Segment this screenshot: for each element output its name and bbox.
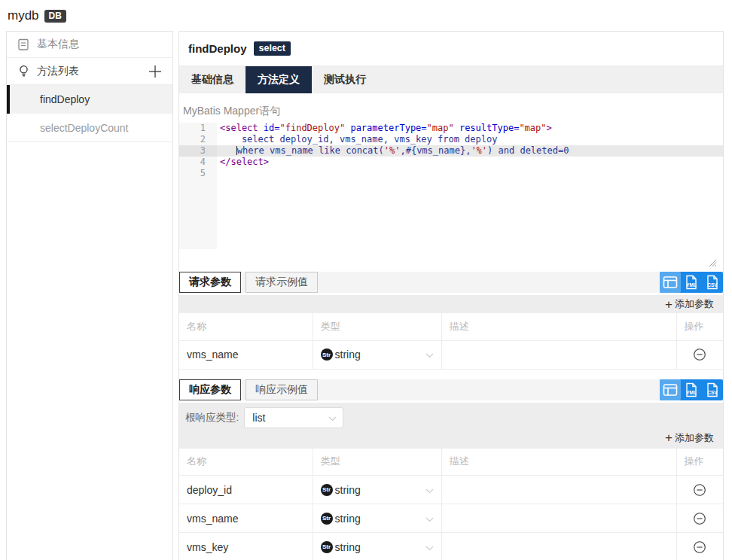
main-panel: findDeploy select 基础信息 方法定义 测试执行 MyBatis… <box>178 31 724 560</box>
code-token: ) and deleted=0 <box>487 145 569 156</box>
param-name-cell[interactable]: vms_key <box>179 533 313 560</box>
document-icon <box>17 38 30 51</box>
editor-code-area[interactable]: <select id="findDeploy" parameterType="m… <box>217 123 723 249</box>
remove-param-icon[interactable] <box>693 348 706 361</box>
param-ops-cell <box>676 340 723 369</box>
col-header-desc: 描述 <box>441 313 676 340</box>
remove-param-icon[interactable] <box>693 540 706 554</box>
param-ops-cell <box>676 533 723 560</box>
editor-label: MyBatis Mapper语句 <box>183 105 723 118</box>
string-type-icon: Str <box>321 541 333 553</box>
remove-param-icon[interactable] <box>693 483 706 497</box>
add-param-label: 添加参数 <box>675 297 714 311</box>
type-value: string <box>335 484 361 496</box>
csv-export-icon[interactable]: CSV <box>702 272 723 293</box>
db-type-badge: DB <box>44 10 66 23</box>
param-desc-cell[interactable] <box>441 340 676 369</box>
yml-export-icon[interactable]: YML <box>681 379 702 400</box>
response-example-tab[interactable]: 响应示例值 <box>246 379 318 400</box>
code-token: ,#{vms_name}, <box>400 145 471 156</box>
tab-basic-info[interactable]: 基础信息 <box>179 66 246 93</box>
svg-text:CSV: CSV <box>707 390 718 395</box>
sidebar-method-selectDeployCount[interactable]: selectDeployCount <box>7 114 172 142</box>
code-token: "map" <box>427 123 454 133</box>
method-title: findDeploy <box>188 42 247 55</box>
editor-gutter: 1 2 3 4 5 <box>179 123 217 249</box>
table-row: vms_key Str string <box>179 533 723 560</box>
code-line: select deploy_id, vms_name, vms_key from… <box>217 134 723 145</box>
table-view-icon[interactable] <box>660 379 681 400</box>
response-toolbar: 响应参数 响应示例值 YML CSV <box>179 379 723 400</box>
chevron-down-icon <box>425 541 434 553</box>
method-name: findDeploy <box>40 93 90 105</box>
param-name-cell[interactable]: vms_name <box>179 504 313 533</box>
request-params-table: 名称 类型 描述 操作 vms_name Str string <box>179 313 723 370</box>
table-view-icon[interactable] <box>660 272 681 293</box>
tab-method-definition[interactable]: 方法定义 <box>246 66 312 93</box>
param-desc-cell[interactable] <box>441 476 676 504</box>
sidebar-method-findDeploy[interactable]: findDeploy <box>7 85 172 114</box>
plus-icon: + <box>665 298 673 311</box>
tab-bar: 基础信息 方法定义 测试执行 <box>179 66 723 93</box>
yml-export-icon[interactable]: YML <box>681 272 702 293</box>
table-header-row: 名称 类型 描述 操作 <box>179 313 723 340</box>
sql-type-badge: select <box>254 41 291 56</box>
response-params-table: 名称 类型 描述 操作 deploy_id Str string <box>179 449 723 560</box>
param-type-cell[interactable]: Str string <box>313 340 441 369</box>
sidebar: 基本信息 方法列表 findDeploy selectDeployCount <box>6 31 173 560</box>
param-name-cell[interactable]: vms_name <box>179 340 313 369</box>
chevron-down-icon <box>328 412 337 424</box>
request-export-icons: YML CSV <box>660 272 723 293</box>
param-ops-cell <box>676 476 723 504</box>
section-gap <box>179 370 723 379</box>
code-line <box>217 168 723 179</box>
col-header-type: 类型 <box>313 313 441 340</box>
request-example-tab[interactable]: 请求示例值 <box>246 272 318 293</box>
method-name: selectDeployCount <box>40 122 129 134</box>
code-token: id= <box>258 123 280 133</box>
param-desc-cell[interactable] <box>441 533 676 560</box>
sidebar-item-method-list[interactable]: 方法列表 <box>7 58 172 85</box>
param-desc-cell[interactable] <box>441 504 676 533</box>
code-token: where vms_name like concat( <box>237 145 384 156</box>
type-value: string <box>335 348 361 361</box>
table-row: vms_name Str string <box>179 504 723 533</box>
root-type-select[interactable]: list <box>244 407 343 428</box>
code-token: > <box>547 123 552 133</box>
param-type-cell[interactable]: Str string <box>313 476 441 504</box>
remove-param-icon[interactable] <box>693 512 706 525</box>
code-token: parameterType= <box>345 123 426 133</box>
code-token: '%' <box>471 145 487 156</box>
add-method-button[interactable] <box>147 63 163 80</box>
svg-text:YML: YML <box>686 282 697 288</box>
request-add-param-button[interactable]: + 添加参数 <box>179 295 723 313</box>
response-add-param-button[interactable]: + 添加参数 <box>185 429 723 447</box>
code-line: </select> <box>217 157 723 168</box>
code-token <box>220 145 236 156</box>
response-params-tab[interactable]: 响应参数 <box>179 379 241 400</box>
svg-text:CSV: CSV <box>707 282 718 288</box>
string-type-icon: Str <box>321 484 333 496</box>
request-params-tab[interactable]: 请求参数 <box>179 272 241 293</box>
plus-icon: + <box>665 431 673 444</box>
editor-spacer <box>179 249 723 272</box>
code-editor[interactable]: 1 2 3 4 5 <select id="findDeploy" parame… <box>179 123 723 249</box>
sidebar-item-label: 方法列表 <box>37 65 79 78</box>
param-name-cell[interactable]: deploy_id <box>179 476 313 504</box>
param-type-cell[interactable]: Str string <box>313 504 441 533</box>
response-export-icons: YML CSV <box>660 379 723 400</box>
csv-export-icon[interactable]: CSV <box>702 379 723 400</box>
resize-handle-icon[interactable] <box>706 257 717 267</box>
sidebar-item-basic-info[interactable]: 基本信息 <box>7 32 172 58</box>
line-number: 3 <box>179 145 217 157</box>
param-type-cell[interactable]: Str string <box>313 533 441 560</box>
col-header-name: 名称 <box>179 449 313 476</box>
code-token: "map" <box>519 123 546 133</box>
code-token: '%' <box>384 145 401 156</box>
code-token: resultType= <box>454 123 520 133</box>
col-header-name: 名称 <box>179 313 313 340</box>
tab-test-execution[interactable]: 测试执行 <box>312 66 378 93</box>
root-type-label: 根响应类型: <box>185 411 239 425</box>
line-number: 1 <box>179 123 217 134</box>
string-type-icon: Str <box>321 513 333 525</box>
